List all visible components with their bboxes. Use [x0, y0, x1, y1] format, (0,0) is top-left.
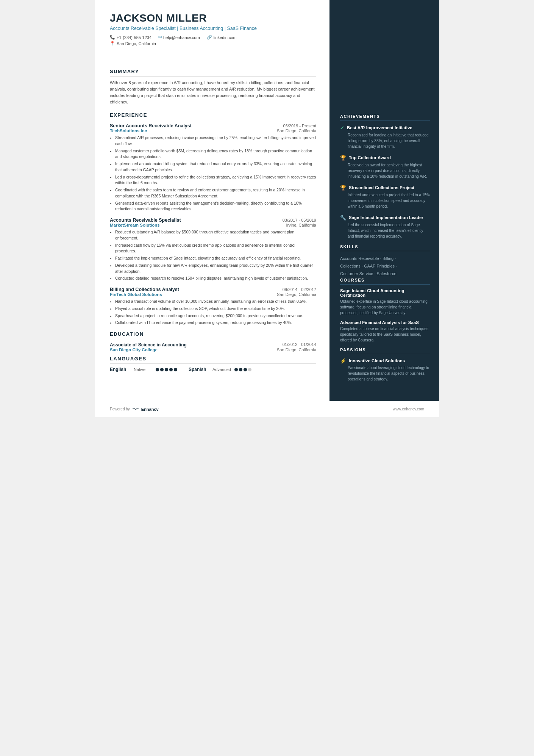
lang-item: English Native — [110, 367, 177, 372]
list-item: Conducted detailed research to resolve 1… — [115, 275, 316, 282]
list-item: Played a crucial role in updating the co… — [115, 306, 316, 312]
job-block: Accounts Receivable Specialist 03/2017 -… — [110, 218, 316, 282]
list-item: Facilitated the implementation of Sage I… — [115, 255, 316, 261]
passion-header: ⚡ Innovative Cloud Solutions — [340, 358, 430, 364]
bolt-icon: ⚡ — [340, 358, 346, 364]
job-block: Billing and Collections Analyst 09/2014 … — [110, 287, 316, 326]
skills-text: Accounts Receivable · Billing · Collecti… — [340, 255, 430, 277]
course-title: Advanced Financial Analysis for SaaS — [340, 320, 430, 325]
dot — [239, 368, 242, 371]
job-header: Accounts Receivable Specialist 03/2017 -… — [110, 218, 316, 223]
lang-dots — [234, 368, 251, 371]
course-item: Advanced Financial Analysis for SaaS Com… — [340, 320, 430, 343]
achievement-header: 🏆 Streamlined Collections Project — [340, 185, 430, 191]
right-column: ACHIEVEMENTS ✔ Best A/R Improvement Init… — [329, 53, 439, 401]
job-dates: 06/2019 - Present — [283, 124, 316, 128]
experience-section: EXPERIENCE Senior Accounts Receivable An… — [110, 105, 316, 331]
left-column: SUMMARY With over 8 years of experience … — [95, 53, 329, 401]
skills-title: SKILLS — [340, 244, 430, 251]
edu-location: San Diego, California — [277, 347, 316, 352]
passions-section: PASSIONS ⚡ Innovative Cloud Solutions Pa… — [340, 347, 430, 386]
achievement-desc: Received an award for achieving the high… — [348, 162, 430, 179]
education-section: EDUCATION Associate of Science in Accoun… — [110, 331, 316, 356]
list-item: Coordinated with the sales team to revie… — [115, 187, 316, 199]
lang-level: Native — [134, 367, 153, 372]
courses-title: COURSES — [340, 278, 430, 285]
summary-section: SUMMARY With over 8 years of experience … — [110, 69, 316, 105]
candidate-title: Accounts Receivable Specialist | Busines… — [110, 26, 316, 31]
achievement-title: Top Collector Award — [349, 155, 391, 161]
list-item: Generated data-driven reports assisting … — [115, 200, 316, 213]
job-company: MarketStream Solutions — [110, 223, 160, 227]
content-area: SUMMARY With over 8 years of experience … — [95, 53, 439, 401]
courses-section: COURSES Sage Intacct Cloud Accounting Ce… — [340, 278, 430, 347]
trophy-icon: 🏆 — [340, 155, 346, 161]
trophy-icon: 🏆 — [340, 185, 346, 191]
edu-school: San Diego City College — [110, 347, 158, 352]
job-block: Senior Accounts Receivable Analyst 06/20… — [110, 123, 316, 212]
footer-website: www.enhancv.com — [393, 407, 424, 411]
resume-page: JACKSON MILLER Accounts Receivable Speci… — [95, 0, 439, 417]
job-location: Irvine, California — [286, 223, 316, 227]
course-desc: Obtained expertise in Sage Intacct cloud… — [340, 299, 430, 316]
job-company: FinTech Global Solutions — [110, 292, 162, 297]
languages-title: LANGUAGES — [110, 356, 316, 364]
job-header: Senior Accounts Receivable Analyst 06/20… — [110, 123, 316, 128]
contact-row: 📞 +1-(234)-555-1234 ✉ help@enhancv.com 🔗… — [110, 35, 316, 40]
achievement-header: ✔ Best A/R Improvement Initiative — [340, 125, 430, 131]
job-location: San Diego, California — [277, 128, 316, 133]
edu-degree: Associate of Science in Accounting — [110, 342, 187, 347]
linkedin-value: linkedin.com — [214, 35, 237, 40]
location-icon: 📍 — [110, 41, 115, 46]
summary-title: SUMMARY — [110, 69, 316, 77]
lang-level: Advanced — [212, 367, 231, 372]
achievements-title: ACHIEVEMENTS — [340, 114, 430, 121]
achievement-header: 🏆 Top Collector Award — [340, 155, 430, 161]
skills-section: SKILLS Accounts Receivable · Billing · C… — [340, 244, 430, 277]
job-company-row: MarketStream Solutions Irvine, Californi… — [110, 223, 316, 227]
list-item: Reduced outstanding A/R balance by $500,… — [115, 229, 316, 241]
passions-title: PASSIONS — [340, 347, 430, 354]
achievement-title: Streamlined Collections Project — [349, 185, 414, 191]
phone-icon: 📞 — [110, 35, 115, 40]
job-company-row: TechSolutions Inc San Diego, California — [110, 128, 316, 133]
lang-name: Spanish — [189, 367, 209, 372]
summary-text: With over 8 years of experience in A/R a… — [110, 80, 316, 105]
enhancv-icon — [132, 406, 139, 413]
list-item: Managed customer portfolio worth $5M, de… — [115, 148, 316, 160]
job-title: Senior Accounts Receivable Analyst — [110, 123, 192, 128]
link-icon: 🔗 — [207, 35, 212, 40]
location-row: 📍 San Diego, California — [110, 41, 316, 46]
job-company-row: FinTech Global Solutions San Diego, Cali… — [110, 292, 316, 297]
lang-name: English — [110, 367, 131, 372]
job-company: TechSolutions Inc — [110, 128, 147, 133]
job-dates: 09/2014 - 02/2017 — [283, 287, 316, 292]
footer-logo: Powered by Enhancv — [110, 406, 159, 413]
achievement-desc: Recognized for leading an initiative tha… — [348, 132, 430, 149]
dot — [234, 368, 238, 371]
job-location: San Diego, California — [277, 292, 316, 297]
edu-block: Associate of Science in Accounting 01/20… — [110, 342, 316, 352]
list-item: Collaborated with IT to enhance the paym… — [115, 320, 316, 326]
dot — [244, 368, 247, 371]
course-title: Sage Intacct Cloud Accounting Certificat… — [340, 288, 430, 297]
education-title: EDUCATION — [110, 331, 316, 339]
job-header: Billing and Collections Analyst 09/2014 … — [110, 287, 316, 292]
skills-line: Customer Service · Salesforce — [340, 271, 397, 276]
dot — [169, 368, 173, 371]
email-value: help@enhancv.com — [163, 35, 200, 40]
list-item: Implemented an automated billing system … — [115, 161, 316, 173]
achievement-item: ✔ Best A/R Improvement Initiative Recogn… — [340, 125, 430, 149]
email-contact: ✉ help@enhancv.com — [158, 35, 200, 40]
achievement-desc: Initiated and executed a project that le… — [348, 192, 430, 209]
list-item: Increased cash flow by 15% via meticulou… — [115, 243, 316, 255]
experience-title: EXPERIENCE — [110, 112, 316, 120]
dot — [165, 368, 168, 371]
job-bullets: Reduced outstanding A/R balance by $500,… — [110, 229, 316, 282]
email-icon: ✉ — [158, 35, 162, 40]
skills-line: Accounts Receivable · Billing · — [340, 256, 396, 261]
passion-desc: Passionate about leveraging cloud techno… — [348, 365, 430, 382]
job-title: Accounts Receivable Specialist — [110, 218, 181, 223]
list-item: Spearheaded a project to reconcile aged … — [115, 313, 316, 319]
dot — [160, 368, 164, 371]
